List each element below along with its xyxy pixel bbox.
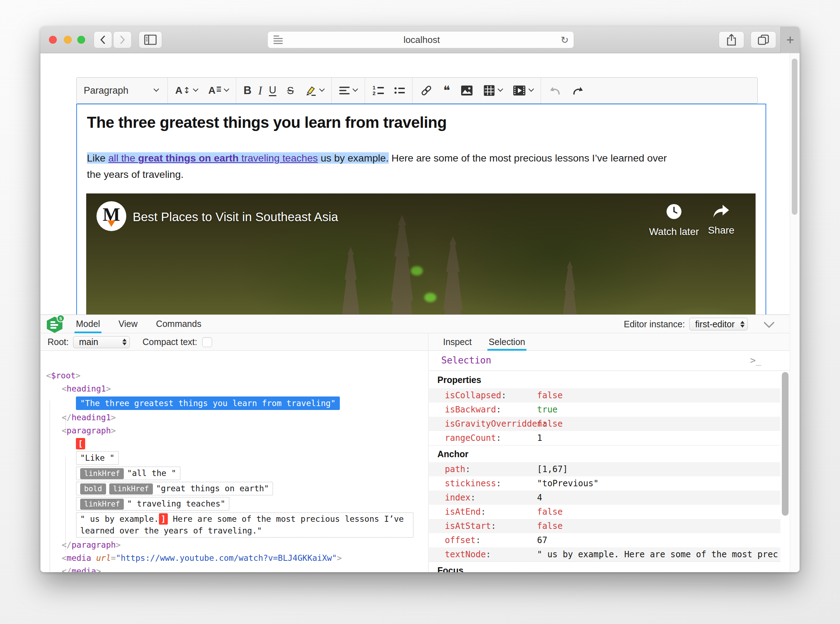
text-node[interactable]: " us by example.] Here are some of the m… <box>76 512 414 538</box>
tab-commands[interactable]: Commands <box>155 315 203 333</box>
minimize-window-button[interactable] <box>64 36 72 44</box>
tree-node-paragraph[interactable]: <paragraph> <box>62 426 116 435</box>
text-alignment-dropdown[interactable] <box>334 78 362 103</box>
address-bar[interactable]: localhost ↻ <box>267 31 574 48</box>
channel-avatar[interactable]: M <box>97 201 126 231</box>
zoom-window-button[interactable] <box>77 36 85 44</box>
insert-image-button[interactable] <box>455 78 478 103</box>
share-page-button[interactable] <box>719 31 744 48</box>
collapse-inspector-button[interactable] <box>758 318 780 331</box>
page-scrollbar[interactable] <box>790 54 800 572</box>
toolbar-separator <box>331 78 332 103</box>
undo-button[interactable] <box>543 78 567 103</box>
numbered-list-button[interactable]: 1 2 <box>367 78 389 103</box>
property-row: textNode:" us by example. Here are some … <box>429 547 780 562</box>
selection-panel-title: Selection <box>441 355 491 366</box>
back-button[interactable] <box>94 31 112 48</box>
pane-scrollbar-thumb[interactable] <box>782 372 789 516</box>
italic-button[interactable]: I <box>257 78 264 103</box>
editor-instance-select[interactable]: first-editor <box>689 318 748 331</box>
bracket: > <box>111 426 116 435</box>
text-node[interactable]: boldlinkHref"great things on earth" <box>76 482 273 496</box>
property-row: offset:67 <box>429 533 780 547</box>
tree-node-media[interactable]: </media> <box>62 567 101 572</box>
selected-text-node[interactable]: "The three greatest things you learn fro… <box>76 397 340 410</box>
tab-selection[interactable]: Selection <box>487 334 527 351</box>
root-value: main <box>79 337 98 347</box>
block-quote-button[interactable]: ❝ <box>438 78 455 103</box>
tree-node-heading1[interactable]: </heading1> <box>62 413 116 422</box>
show-tabs-button[interactable] <box>751 31 776 48</box>
tree-node-paragraph[interactable]: </paragraph> <box>62 540 120 550</box>
tree-line: linkHref"all the " <box>46 466 428 481</box>
sidebar-toggle-button[interactable] <box>139 31 162 48</box>
selection-end-marker: ] <box>159 513 168 525</box>
paragraph-line-2: the years of traveling. <box>87 166 667 182</box>
video-share-button[interactable]: Share <box>698 203 744 236</box>
browser-window: localhost ↻ + <box>40 26 800 572</box>
root-select[interactable]: main <box>73 336 130 348</box>
highlight-dropdown[interactable] <box>299 78 329 103</box>
reader-view-icon[interactable] <box>273 36 283 44</box>
watch-later-button[interactable]: Watch later <box>644 203 704 238</box>
plus-icon: + <box>786 32 794 48</box>
property-row: index:4 <box>429 491 780 505</box>
selection-start-marker: [ <box>76 438 85 449</box>
forward-button[interactable] <box>113 31 132 48</box>
inspector-header: 5 Model View Commands Editor instance: f… <box>40 315 790 333</box>
bulleted-list-icon <box>395 87 405 94</box>
reload-icon[interactable]: ↻ <box>561 34 569 45</box>
text-node[interactable]: linkHref"all the " <box>76 466 180 480</box>
paragraph-link-text[interactable]: all the <box>108 152 138 164</box>
strikethrough-button[interactable]: S <box>282 78 299 103</box>
close-window-button[interactable] <box>49 36 57 44</box>
font-family-dropdown[interactable]: A <box>203 78 233 103</box>
tree-node-media[interactable]: <media url="https://www.youtube.com/watc… <box>62 553 342 562</box>
property-key: offset: <box>429 535 537 545</box>
bulleted-list-button[interactable] <box>389 78 410 103</box>
paragraph-text: us by example. <box>318 152 389 164</box>
paragraph-line-1: Like all the great things on earth trave… <box>87 150 667 166</box>
property-key: path: <box>429 464 537 474</box>
paragraph-style-dropdown[interactable]: Paragraph <box>77 78 165 103</box>
property-row: stickiness:"toPrevious" <box>429 476 780 491</box>
tab-inspect[interactable]: Inspect <box>442 334 473 351</box>
font-size-dropdown[interactable]: A ↕ <box>170 78 203 103</box>
editor-instance-control: Editor instance: first-editor <box>624 315 748 333</box>
paragraph-text: Like <box>87 152 108 164</box>
link-button[interactable] <box>415 78 438 103</box>
property-value: "toPrevious" <box>537 479 780 488</box>
tab-model[interactable]: Model <box>74 315 102 333</box>
tag-name: paragraph <box>72 540 116 550</box>
insert-media-dropdown[interactable] <box>508 78 538 103</box>
tree-line: "The three greatest things you learn fro… <box>46 395 428 411</box>
insert-table-dropdown[interactable] <box>478 78 508 103</box>
tab-view[interactable]: View <box>117 315 139 333</box>
text-node[interactable]: "Like " <box>76 451 119 465</box>
page-scrollbar-thumb[interactable] <box>792 59 797 215</box>
tree-node-heading1[interactable]: <heading1> <box>62 384 111 393</box>
underline-button[interactable]: U <box>264 78 282 103</box>
sidebar-icon <box>144 34 157 45</box>
colon: : <box>491 521 496 531</box>
compact-text-checkbox[interactable] <box>202 337 212 347</box>
tree-node-root[interactable]: <$root> <box>46 371 80 380</box>
log-to-console-icon[interactable]: >_ <box>750 355 761 366</box>
redo-button[interactable] <box>567 78 590 103</box>
property-key: rangeCount: <box>429 433 537 443</box>
bold-button[interactable]: B <box>238 78 257 103</box>
paragraph-text: Here are some of the most precious lesso… <box>389 152 667 164</box>
tree-line: <$root> <box>46 369 428 382</box>
property-row: isGravityOverridden:false <box>429 417 780 431</box>
new-tab-button[interactable]: + <box>780 26 800 53</box>
selection-detail-pane: Selection >_ PropertiesisCollapsed:false… <box>429 351 790 572</box>
attribute-badge-linkHref: linkHref <box>80 468 124 479</box>
bracket: </ <box>62 540 72 550</box>
editor-instance-value: first-editor <box>695 319 735 329</box>
text-node[interactable]: linkHref" traveling teaches" <box>76 497 230 511</box>
paragraph-link-text[interactable]: traveling teaches <box>239 152 318 164</box>
property-row: isBackward:true <box>429 403 780 417</box>
video-title[interactable]: Best Places to Visit in Southeast Asia <box>133 210 338 224</box>
chevron-down-icon <box>353 86 358 91</box>
paragraph-link-text[interactable]: great things on earth <box>138 152 238 164</box>
